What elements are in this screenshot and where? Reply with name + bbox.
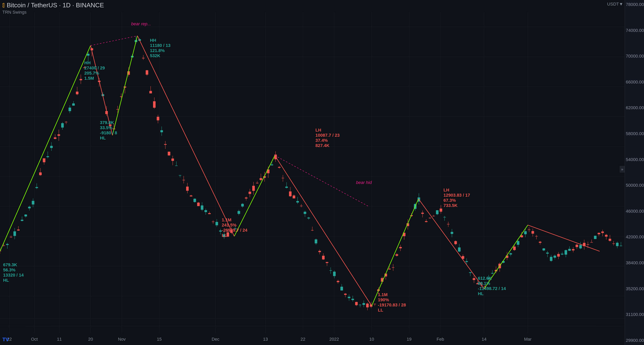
y-label-70000: 70000.00 [626,54,643,59]
scroll-right-button[interactable]: » [620,166,625,173]
y-label-31100: 31100.00 [626,312,643,317]
x-label-dec: Dec [212,337,220,342]
y-label-29900: 29900.00 [626,338,643,343]
y-label-35200: 35200.00 [626,286,643,291]
main-chart-canvas [0,0,625,345]
x-label-14: 14 [482,337,486,342]
y-label-62000: 62000.00 [626,105,643,110]
chart-header: ₿ Bitcoin / TetherUS · 1D · BINANCE TRN … [2,2,104,15]
y-label-50000: 50000.00 [626,183,643,188]
x-label-19: 19 [407,337,412,342]
chart-title: ₿ Bitcoin / TetherUS · 1D · BINANCE [2,2,104,9]
x-label-oct: Oct [31,337,38,342]
x-label-13: 13 [263,337,268,342]
chart-title-text: Bitcoin / TetherUS · 1D · BINANCE [7,2,104,9]
y-label-74000: 74000.00 [626,28,643,33]
y-label-78000: 78000.00 [626,2,643,7]
x-label-10: 10 [369,337,374,342]
x-label-15: 15 [157,337,162,342]
chart-container: ₿ Bitcoin / TetherUS · 1D · BINANCE TRN … [0,0,644,345]
x-label-nov: Nov [118,337,126,342]
y-label-42000: 42000.00 [626,234,643,240]
y-label-66000: 66000.00 [626,80,643,85]
x-label-20: 20 [88,337,93,342]
x-label-11: 11 [57,337,62,342]
y-axis: 78000.00 74000.00 70000.00 66000.00 6200… [625,0,644,345]
y-label-58000: 58000.00 [626,131,643,136]
x-label-22b: 22 [300,337,305,342]
x-axis: 22 Oct 11 20 Nov 15 Dec 13 22 2022 10 19… [0,333,625,345]
x-label-mar: Mar [524,337,532,342]
x-label-feb: Feb [437,337,444,342]
y-label-46000: 46000.00 [626,209,643,214]
y-label-38000: 38400.00 [626,260,643,265]
chart-subtitle: TRN Swings [2,10,104,15]
x-label-2022: 2022 [329,337,339,342]
y-label-54000: 54000.00 [626,157,643,162]
tradingview-logo: TV [2,336,9,343]
